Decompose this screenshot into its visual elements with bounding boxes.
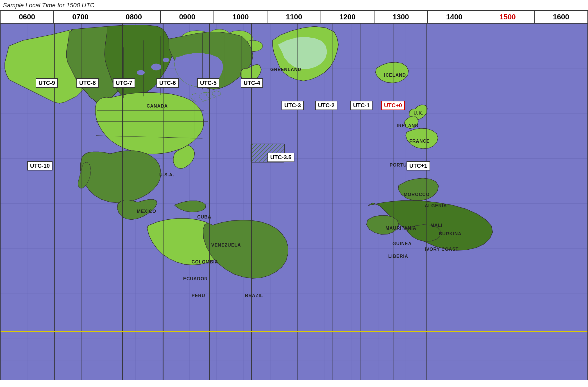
svg-point-64 bbox=[163, 58, 169, 62]
svg-point-14 bbox=[212, 91, 221, 96]
svg-marker-23 bbox=[375, 62, 408, 83]
time-cell-1400: 1400 bbox=[428, 11, 481, 23]
svg-marker-19 bbox=[117, 199, 157, 220]
utc-label-utc-3-5: UTC-3.5 bbox=[267, 153, 294, 162]
svg-marker-25 bbox=[404, 116, 418, 129]
svg-marker-29 bbox=[367, 215, 399, 235]
svg-marker-21 bbox=[203, 220, 288, 278]
utc-label-utc-6: UTC-6 bbox=[156, 78, 179, 88]
svg-marker-15 bbox=[95, 92, 203, 154]
svg-point-62 bbox=[151, 64, 161, 70]
utc-label-utc-2: UTC-2 bbox=[315, 101, 337, 110]
time-header: 0600070008000900100011001200130014001500… bbox=[1, 11, 587, 24]
svg-marker-27 bbox=[398, 178, 439, 201]
svg-point-63 bbox=[137, 70, 145, 75]
svg-marker-26 bbox=[406, 128, 438, 149]
time-cell-1000: 1000 bbox=[214, 11, 267, 23]
svg-marker-31 bbox=[174, 201, 206, 212]
time-cell-0800: 0800 bbox=[107, 11, 161, 23]
utc-label-utc-10: UTC-10 bbox=[27, 161, 53, 170]
map-area: UTC-10UTC-9UTC-8UTC-7UTC-6UTC-5UTC-4UTC-… bbox=[1, 24, 587, 380]
utc-label-utc-5: UTC-5 bbox=[197, 78, 219, 88]
utc-label-utc-3: UTC-3 bbox=[281, 101, 304, 110]
time-cell-1300: 1300 bbox=[374, 11, 428, 23]
utc-label-utc-4: UTC-4 bbox=[241, 78, 263, 88]
page-title: Sample Local Time for 1500 UTC bbox=[0, 0, 588, 10]
time-cell-0600: 0600 bbox=[1, 11, 54, 23]
utc-label-utc-8: UTC-8 bbox=[76, 78, 99, 88]
time-cell-1500: 1500 bbox=[481, 11, 535, 23]
utc-label-utc-0: UTC+0 bbox=[381, 101, 405, 110]
time-cell-1600: 1600 bbox=[535, 11, 587, 23]
time-cell-1100: 1100 bbox=[267, 11, 321, 23]
utc-label-utc-9: UTC-9 bbox=[36, 78, 58, 88]
svg-marker-17 bbox=[80, 151, 161, 203]
time-cell-1200: 1200 bbox=[321, 11, 374, 23]
utc-label-utc-1: UTC-1 bbox=[350, 101, 373, 110]
time-cell-0900: 0900 bbox=[161, 11, 214, 23]
utc-label-utc-p1: UTC+1 bbox=[407, 161, 430, 170]
svg-marker-30 bbox=[407, 225, 441, 242]
utc-label-utc-7: UTC-7 bbox=[113, 78, 135, 88]
map-container: 0600070008000900100011001200130014001500… bbox=[0, 10, 588, 380]
time-cell-0700: 0700 bbox=[54, 11, 107, 23]
